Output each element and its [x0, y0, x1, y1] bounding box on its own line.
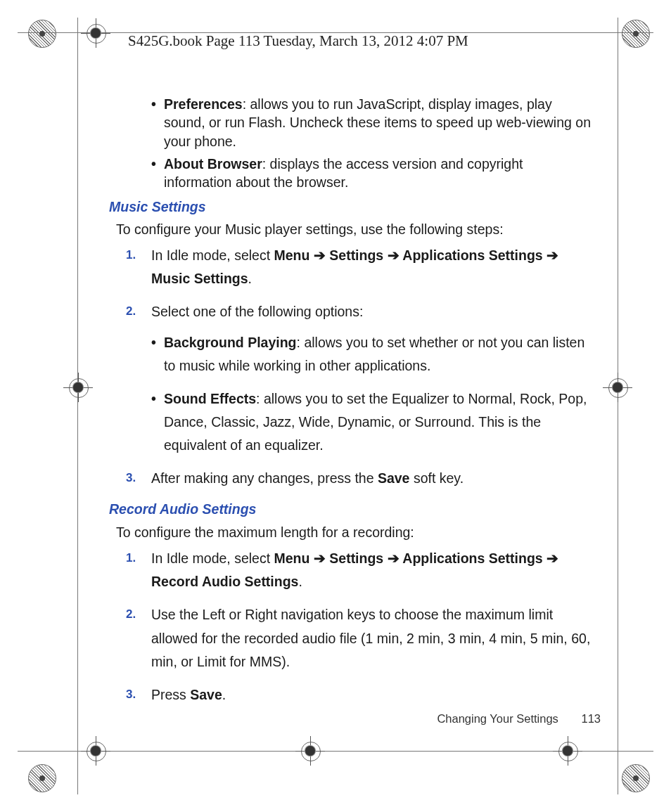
registration-mark-icon	[81, 736, 110, 766]
music-sub-bullets: Background Playing: allows you to set wh…	[151, 331, 594, 458]
footer-section: Changing Your Settings	[437, 712, 558, 725]
list-item: Background Playing: allows you to set wh…	[164, 331, 594, 378]
record-intro: To configure the maximum length for a re…	[116, 523, 594, 541]
step-item: 1. In Idle mode, select Menu ➔ Settings …	[151, 547, 594, 593]
step-item: 2. Use the Left or Right navigation keys…	[151, 603, 594, 673]
page-content: Preferences: allows you to run JavaScrip…	[109, 95, 594, 716]
section-heading-music: Music Settings	[109, 198, 594, 216]
page-number: 113	[581, 712, 601, 725]
record-steps: 1. In Idle mode, select Menu ➔ Settings …	[109, 547, 594, 707]
registration-corner-icon	[622, 764, 650, 792]
registration-mark-icon	[295, 736, 325, 766]
step-item: 1. In Idle mode, select Menu ➔ Settings …	[151, 244, 594, 290]
print-header: S425G.book Page 113 Tuesday, March 13, 2…	[128, 32, 468, 50]
registration-mark-icon	[553, 736, 582, 766]
section-heading-record: Record Audio Settings	[109, 500, 594, 518]
registration-mark-icon	[603, 373, 632, 402]
registration-corner-icon	[28, 764, 56, 792]
music-steps: 1. In Idle mode, select Menu ➔ Settings …	[109, 244, 594, 490]
registration-corner-icon	[28, 20, 56, 48]
list-item: Sound Effects: allows you to set the Equ…	[164, 387, 594, 457]
step-item: 3. After making any changes, press the S…	[151, 467, 594, 490]
registration-corner-icon	[622, 20, 650, 48]
step-item: 3. Press Save.	[151, 683, 594, 707]
registration-mark-icon	[81, 18, 110, 48]
page-footer: Changing Your Settings 113	[437, 712, 601, 726]
step-item: 2. Select one of the following options: …	[151, 300, 594, 457]
list-item: Preferences: allows you to run JavaScrip…	[164, 95, 594, 150]
crop-line-right	[618, 18, 618, 794]
list-item: About Browser: displays the access versi…	[164, 155, 594, 192]
music-intro: To configure your Music player settings,…	[116, 220, 594, 238]
browser-bullets: Preferences: allows you to run JavaScrip…	[109, 95, 594, 192]
crop-line-left	[77, 18, 78, 794]
registration-mark-icon	[63, 373, 93, 402]
